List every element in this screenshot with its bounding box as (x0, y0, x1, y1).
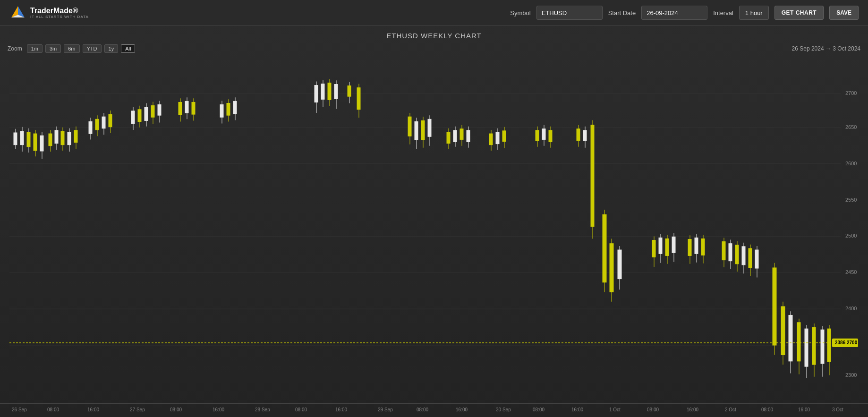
zoom-ytd[interactable]: YTD (83, 44, 102, 53)
svg-rect-163 (827, 329, 831, 362)
interval-label: Interval (713, 9, 733, 17)
chart-title: ETHUSD WEEKLY CHART (0, 26, 868, 43)
svg-rect-25 (27, 132, 30, 147)
svg-rect-49 (131, 111, 135, 124)
svg-text:16:00: 16:00 (798, 407, 810, 412)
svg-text:08:00: 08:00 (647, 407, 659, 412)
svg-rect-111 (577, 129, 580, 141)
save-button[interactable]: SAVE (829, 6, 859, 20)
symbol-label: Symbol (510, 9, 530, 17)
svg-rect-59 (179, 102, 182, 115)
svg-rect-119 (610, 244, 613, 292)
svg-rect-53 (145, 107, 148, 121)
svg-rect-159 (812, 327, 816, 365)
svg-rect-37 (68, 132, 71, 145)
svg-text:08:00: 08:00 (295, 407, 307, 412)
svg-rect-115 (591, 125, 594, 227)
zoom-1y[interactable]: 1y (104, 44, 119, 53)
svg-rect-161 (821, 330, 824, 364)
get-chart-button[interactable]: GET CHART (774, 6, 824, 20)
svg-rect-69 (233, 101, 237, 114)
svg-rect-61 (185, 101, 188, 113)
svg-rect-127 (665, 239, 669, 256)
svg-rect-75 (328, 83, 331, 100)
svg-text:2 Oct: 2 Oct (725, 407, 736, 412)
svg-text:08:00: 08:00 (417, 407, 428, 412)
svg-text:2386 2700: 2386 2700 (835, 340, 858, 345)
svg-text:08:00: 08:00 (761, 407, 773, 412)
zoom-all[interactable]: All (121, 44, 135, 53)
svg-rect-87 (421, 120, 425, 140)
start-date-input[interactable] (641, 6, 707, 20)
zoom-bar: Zoom 1m 3m 6m YTD 1y All 26 Sep 2024 → 3… (0, 43, 868, 55)
svg-text:26 Sep: 26 Sep (12, 407, 27, 412)
svg-rect-67 (227, 103, 230, 116)
svg-rect-151 (781, 306, 785, 355)
svg-rect-149 (773, 268, 776, 345)
svg-rect-39 (74, 130, 77, 143)
svg-text:16:00: 16:00 (571, 407, 583, 412)
svg-rect-73 (321, 84, 324, 100)
svg-text:27 Sep: 27 Sep (130, 407, 145, 412)
symbol-input[interactable] (536, 6, 603, 20)
svg-rect-157 (805, 329, 808, 366)
svg-rect-133 (695, 238, 698, 254)
svg-rect-55 (151, 106, 154, 118)
header-controls: Symbol Start Date Interval 1 hour GET CH… (510, 6, 859, 20)
svg-rect-41 (89, 121, 92, 134)
chart-container: ETHUSD WEEKLY CHART Zoom 1m 3m 6m YTD 1y… (0, 26, 868, 417)
zoom-1m[interactable]: 1m (27, 44, 43, 53)
svg-text:16:00: 16:00 (456, 407, 468, 412)
svg-rect-97 (467, 130, 470, 142)
zoom-6m[interactable]: 6m (64, 44, 79, 53)
svg-rect-27 (34, 134, 37, 151)
svg-text:28 Sep: 28 Sep (255, 407, 270, 412)
logo-tagline: IT ALL STARTS WITH DATA (30, 15, 89, 19)
svg-text:29 Sep: 29 Sep (378, 407, 393, 412)
svg-rect-29 (40, 136, 43, 151)
zoom-label: Zoom (8, 45, 22, 52)
svg-text:2400: 2400 (845, 306, 857, 311)
svg-text:3 Oct: 3 Oct (832, 407, 843, 412)
svg-text:16:00: 16:00 (87, 407, 99, 412)
svg-rect-77 (334, 85, 338, 99)
svg-rect-23 (20, 131, 24, 145)
svg-rect-101 (496, 132, 499, 144)
svg-rect-99 (489, 134, 493, 145)
svg-text:2600: 2600 (845, 161, 857, 166)
svg-text:08:00: 08:00 (47, 407, 59, 412)
svg-rect-139 (729, 244, 732, 261)
svg-rect-71 (315, 85, 318, 102)
svg-text:2450: 2450 (845, 269, 857, 275)
svg-rect-153 (789, 315, 792, 361)
svg-rect-129 (672, 237, 675, 253)
svg-text:1 Oct: 1 Oct (609, 407, 621, 412)
svg-rect-43 (95, 119, 99, 130)
svg-rect-103 (502, 131, 506, 142)
candlestick-chart: .candle-up { fill: #e8e8e8; stroke: #e8e… (0, 55, 868, 403)
logo-area: TraderMade® IT ALL STARTS WITH DATA (9, 4, 89, 21)
svg-rect-109 (549, 130, 552, 142)
svg-rect-33 (55, 130, 58, 144)
svg-rect-45 (102, 117, 105, 128)
svg-rect-145 (749, 248, 752, 268)
svg-rect-131 (688, 239, 691, 256)
start-date-label: Start Date (608, 9, 636, 17)
svg-rect-63 (192, 102, 195, 114)
svg-text:30 Sep: 30 Sep (496, 407, 511, 412)
svg-rect-57 (158, 105, 161, 116)
svg-rect-121 (618, 250, 621, 279)
svg-rect-21 (14, 133, 17, 145)
svg-rect-31 (49, 134, 52, 146)
chart-svg-area: .candle-up { fill: #e8e8e8; stroke: #e8e… (0, 55, 868, 403)
zoom-3m[interactable]: 3m (45, 44, 61, 53)
svg-rect-89 (428, 119, 431, 136)
svg-rect-51 (138, 110, 141, 122)
interval-button[interactable]: 1 hour (739, 6, 769, 20)
svg-rect-47 (109, 114, 112, 127)
logo-icon (9, 4, 26, 21)
date-range: 26 Sep 2024 → 3 Oct 2024 (792, 45, 860, 52)
svg-text:08:00: 08:00 (170, 407, 182, 412)
x-axis: 26 Sep 08:00 16:00 27 Sep 08:00 16:00 28… (0, 403, 868, 415)
svg-text:2700: 2700 (845, 90, 857, 96)
